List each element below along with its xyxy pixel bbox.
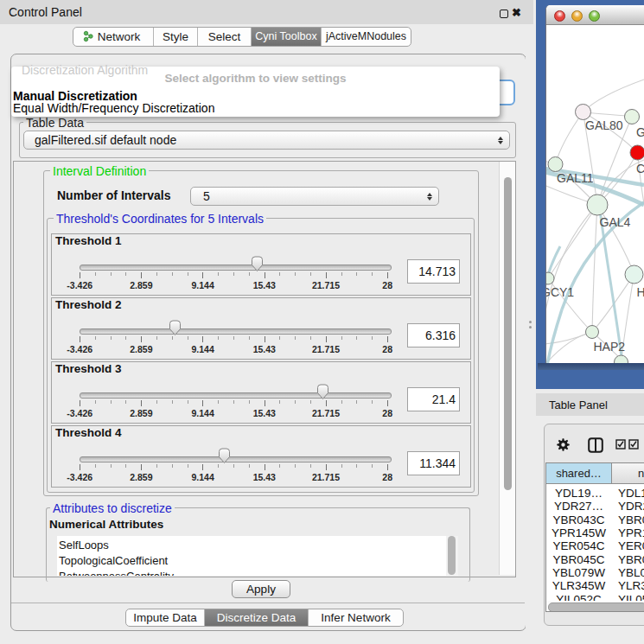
svg-text:GCY1: GCY1 — [546, 285, 574, 299]
svg-text:GA: GA — [636, 125, 644, 139]
svg-text:HAP2: HAP2 — [594, 340, 626, 354]
svg-text:H: H — [637, 285, 644, 299]
svg-text:GAL80: GAL80 — [585, 118, 623, 132]
svg-text:GAL11: GAL11 — [557, 171, 594, 185]
svg-text:CY: CY — [636, 162, 644, 175]
svg-text:GAL4: GAL4 — [600, 215, 631, 229]
